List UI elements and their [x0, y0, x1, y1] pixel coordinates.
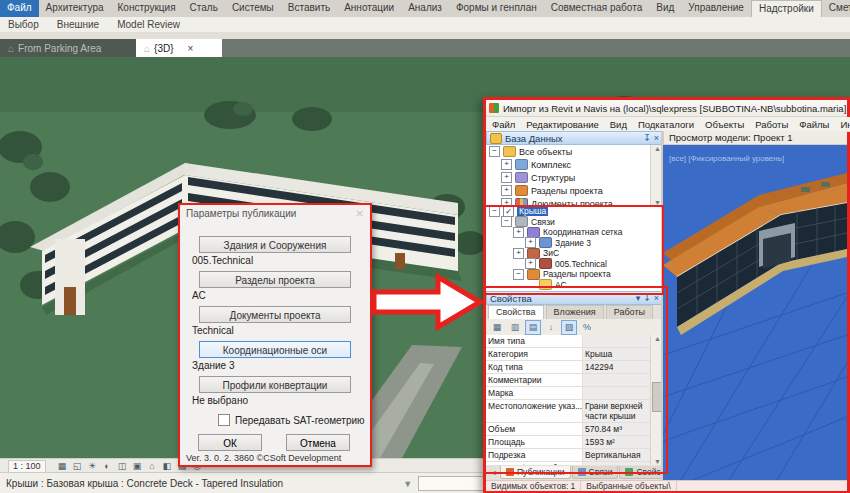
property-value[interactable] — [583, 387, 650, 399]
view-control-icon[interactable]: ◐ — [101, 460, 114, 472]
bottom-tab[interactable]: Свойс — [619, 466, 666, 479]
view-control-icon[interactable]: ◧ — [161, 460, 174, 472]
ok-button[interactable]: ОК — [198, 434, 262, 451]
tree-item[interactable]: +Структуры — [486, 171, 650, 184]
ribbon-tab[interactable]: Совместная работа — [544, 0, 650, 17]
menu-chevron-icon[interactable]: ▾ — [636, 293, 641, 303]
property-row[interactable]: Марка — [486, 387, 650, 400]
view-control-icon[interactable]: ▣ — [131, 460, 144, 472]
property-row[interactable]: КатегорияКрыша — [486, 348, 650, 361]
sat-geometry-row[interactable]: Передавать SAT-геометрию — [218, 414, 370, 426]
expander-icon[interactable]: + — [501, 172, 512, 183]
property-row[interactable]: Код типа142294 — [486, 361, 650, 374]
expander-icon[interactable]: + — [513, 227, 524, 238]
property-row[interactable]: Объем570.84 м³ — [486, 423, 650, 436]
view-control-icon[interactable]: ⌂ — [146, 460, 159, 472]
property-row[interactable]: Площадь1593 м² — [486, 436, 650, 449]
ribbon-tab[interactable]: Конструкция — [111, 0, 183, 17]
dialog-button[interactable]: Профили конвертации — [199, 376, 351, 393]
dialog-titlebar[interactable]: Параметры публикации ✕ — [180, 205, 370, 222]
menu-item[interactable]: Работы — [755, 119, 788, 130]
menu-item[interactable]: Объекты — [705, 119, 744, 130]
property-value[interactable] — [583, 335, 650, 347]
ribbon-panel-label[interactable]: Внешние — [57, 19, 99, 30]
ribbon-tab[interactable]: Файл — [0, 0, 39, 17]
view-tab[interactable]: ⌂From Parking Area — [0, 39, 136, 57]
properties-panel-header[interactable]: Свойства ▾ ↧ × — [486, 291, 663, 305]
menu-item[interactable]: Файлы — [799, 119, 829, 130]
view-control-icon[interactable]: ☀ — [86, 460, 99, 472]
toolbar-icon[interactable]: ▤ — [525, 320, 541, 335]
dialog-button[interactable]: Координационные оси — [199, 341, 351, 358]
expander-icon[interactable]: − — [513, 269, 524, 280]
pin-icon[interactable]: ↧ — [643, 133, 651, 143]
property-row[interactable]: Имя типа — [486, 335, 650, 348]
dialog-button[interactable]: Документы проекта — [199, 306, 351, 323]
tree-item[interactable]: −Все объекты — [486, 145, 650, 158]
ribbon-tab[interactable]: Системы — [225, 0, 281, 17]
property-row[interactable]: Местоположение указ...Грани верхней част… — [486, 400, 650, 423]
ribbon-panel-label[interactable]: Выбор — [8, 19, 39, 30]
view-scale[interactable]: 1 : 100 — [8, 460, 46, 473]
tree-item[interactable]: +Здание 3 — [486, 238, 663, 249]
expander-icon[interactable]: − — [489, 146, 500, 157]
expander-icon[interactable]: + — [513, 248, 524, 259]
view-control-icon[interactable]: ▦ — [56, 460, 69, 472]
property-value[interactable]: 570.84 м³ — [583, 423, 650, 435]
menu-item[interactable]: Файл — [492, 119, 515, 130]
toolbar-icon[interactable]: ▦ — [489, 320, 505, 335]
sat-geometry-checkbox[interactable] — [218, 414, 230, 426]
tree-item[interactable]: −Связи — [486, 217, 663, 228]
filter-icon[interactable]: ▼ — [403, 479, 412, 489]
dialog-button[interactable]: Разделы проекта — [199, 271, 351, 288]
tree-item[interactable]: −Разделы проекта — [486, 269, 663, 280]
property-value[interactable]: Вертикальная — [583, 449, 650, 461]
ribbon-panel-label[interactable]: Model Review — [117, 19, 180, 30]
ribbon-tab[interactable]: Надстройки — [751, 0, 822, 17]
view-control-icon[interactable]: ◫ — [116, 460, 129, 472]
expander-icon[interactable]: + — [501, 159, 512, 170]
pin-icon[interactable]: ↧ — [643, 293, 651, 303]
view-control-icon[interactable]: ◱ — [71, 460, 84, 472]
tree-item[interactable]: +Разделы проекта — [486, 184, 650, 197]
ribbon-tab[interactable]: Архитектура — [39, 0, 111, 17]
expander-icon[interactable]: − — [489, 206, 500, 217]
close-tab-icon[interactable]: × — [188, 43, 194, 54]
ribbon-tab[interactable]: Анализ — [401, 0, 449, 17]
dialog-button[interactable]: Здания и Сооружения — [199, 236, 351, 253]
ribbon-tab[interactable]: Управление — [681, 0, 751, 17]
close-icon[interactable]: × — [654, 293, 659, 303]
cadlib-3d-viewport[interactable]: [все] [Фиксированный уровень] — [663, 145, 847, 480]
close-icon[interactable]: × — [654, 133, 659, 143]
tree-item[interactable]: АС — [486, 280, 663, 291]
ribbon-tab[interactable]: Вставить — [281, 0, 337, 17]
tree-item[interactable]: +Комплекс — [486, 158, 650, 171]
ribbon-tab[interactable]: Аннотации — [337, 0, 401, 17]
ribbon-tab[interactable]: Сталь — [183, 0, 225, 17]
expander-icon[interactable]: + — [501, 185, 512, 196]
property-value[interactable]: 142294 — [583, 361, 650, 373]
tree-item[interactable]: +ЗиС — [486, 248, 663, 259]
properties-tab[interactable]: Свойства — [488, 305, 544, 319]
properties-tab[interactable]: Вложения — [546, 305, 604, 319]
property-value[interactable]: 1593 м² — [583, 436, 650, 448]
bottom-tab[interactable]: Связи — [572, 466, 619, 479]
db-panel-header[interactable]: База Данных ↧ × — [486, 131, 663, 145]
menu-item[interactable]: Подкаталоги — [638, 119, 694, 130]
property-value[interactable]: Грани верхней части крыши — [583, 400, 650, 422]
dialog-close-icon[interactable]: ✕ — [356, 208, 364, 219]
cancel-button[interactable]: Отмена — [286, 434, 350, 451]
view-tab[interactable]: ⌂{3D}× — [136, 39, 222, 57]
ribbon-tab[interactable]: Сметная система ABC — [822, 0, 850, 17]
menu-item[interactable]: Инструменты — [840, 119, 850, 130]
expander-icon[interactable]: + — [525, 237, 536, 248]
tree-item[interactable]: +Документы проекта — [486, 197, 650, 206]
tree-item[interactable]: +005.Technical — [486, 259, 663, 270]
expander-icon[interactable]: − — [501, 216, 512, 227]
toolbar-icon[interactable]: ▥ — [507, 320, 523, 335]
property-value[interactable]: Крыша — [583, 348, 650, 360]
toolbar-icon[interactable]: % — [579, 320, 595, 335]
expander-icon[interactable]: + — [525, 258, 536, 269]
expander-icon[interactable]: + — [501, 198, 512, 206]
tree-item[interactable]: +Координатная сетка — [486, 227, 663, 238]
